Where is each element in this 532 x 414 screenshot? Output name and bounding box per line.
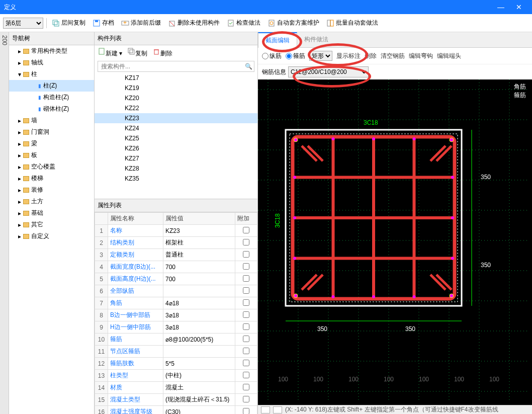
check-method-button[interactable]: 检查做法	[225, 18, 262, 28]
nav-item[interactable]: ▸其它	[9, 219, 94, 230]
window-title: 定义	[4, 3, 492, 12]
svg-text:100: 100	[348, 376, 359, 383]
topbar: 第6层 层间复制 存档 +添加前后缀 删除未使用构件 检查做法 自动套方案维护 …	[0, 14, 532, 32]
property-row[interactable]: 10箍筋⌀8@100/200(5*5)	[95, 334, 257, 346]
component-item[interactable]: KZ24	[95, 123, 257, 133]
component-item[interactable]: KZ26	[95, 143, 257, 153]
nav-item[interactable]: ▸空心楼盖	[9, 161, 94, 173]
nav-title: 导航树	[9, 32, 94, 45]
svg-text:100: 100	[384, 376, 394, 383]
edit-end-button[interactable]: 编辑端头	[437, 52, 461, 60]
nav-item[interactable]: ▸梁	[9, 138, 94, 149]
nav-tree[interactable]: ▸常用构件类型▸轴线▾柱▮柱(Z)▮构造柱(Z)▮砌体柱(Z)▸墙▸门窗洞▸梁▸…	[9, 45, 94, 414]
property-row[interactable]: 12箍筋肢数5*5	[95, 358, 257, 370]
svg-point-70	[451, 257, 454, 260]
component-item[interactable]: KZ17	[95, 73, 257, 83]
shape-select[interactable]: 矩形	[309, 51, 332, 61]
nav-subitem[interactable]: ▮柱(Z)	[9, 80, 94, 92]
svg-point-66	[451, 216, 454, 219]
property-row[interactable]: 5截面高度(H边)(...700	[95, 273, 257, 285]
property-row[interactable]: 2结构类别框架柱	[95, 237, 257, 249]
status-btn-2[interactable]	[273, 406, 282, 413]
nav-item[interactable]: ▸墙	[9, 115, 94, 126]
titlebar: 定义 — ✕	[0, 0, 532, 14]
minimize-button[interactable]: —	[492, 3, 510, 11]
floor-select[interactable]: 第6层	[3, 18, 43, 29]
svg-rect-13	[99, 48, 104, 54]
property-table[interactable]: 属性名称 属性值 附加 1名称KZ232结构类别框架柱3定额类别普通柱4截面宽度…	[95, 212, 257, 414]
copy-button[interactable]: 复制	[127, 47, 147, 58]
svg-point-60	[332, 295, 335, 298]
auto-scheme-button[interactable]: 自动套方案维护	[265, 18, 321, 28]
property-row[interactable]: 1名称KZ23	[95, 225, 257, 237]
component-item[interactable]: KZ23	[95, 113, 257, 123]
svg-text:350: 350	[405, 325, 415, 333]
nav-item[interactable]: ▸自定义	[9, 230, 94, 242]
property-row[interactable]: 8B边一侧中部筋3⌀18	[95, 309, 257, 321]
property-row[interactable]: 6全部纵筋	[95, 285, 257, 297]
component-item[interactable]: KZ22	[95, 103, 257, 113]
add-prefix-button[interactable]: +添加前后缀	[119, 18, 163, 28]
property-row[interactable]: 16混凝土强度等级(C30)	[95, 406, 257, 415]
delete-button[interactable]: 删除	[152, 47, 172, 58]
copy-floor-button[interactable]: 层间复制	[50, 18, 87, 28]
svg-text:3C18: 3C18	[274, 213, 281, 228]
nav-item[interactable]: ▸门窗洞	[9, 126, 94, 138]
nav-item[interactable]: ▸楼梯	[9, 173, 94, 184]
svg-rect-3	[95, 20, 98, 22]
delete-rebar-button[interactable]: 删除	[365, 52, 377, 60]
close-button[interactable]: ✕	[510, 3, 528, 11]
property-row[interactable]: 11节点区箍筋	[95, 346, 257, 358]
svg-text:350: 350	[317, 325, 327, 333]
tab-method[interactable]: 构件做法	[297, 32, 335, 47]
rebar-info-row: 钢筋信息 C12@200/C10@200	[258, 64, 532, 79]
component-item[interactable]: KZ20	[95, 93, 257, 103]
nav-item[interactable]: ▸轴线	[9, 57, 94, 68]
nav-subitem[interactable]: ▮构造柱(Z)	[9, 92, 94, 103]
clear-rebar-button[interactable]: 清空钢筋	[381, 52, 405, 60]
component-item[interactable]: KZ35	[95, 174, 257, 184]
opt-stirrup[interactable]: 箍筋	[286, 52, 305, 60]
property-row[interactable]: 14材质混凝土	[95, 382, 257, 394]
property-row[interactable]: 15混凝土类型(现浇混凝土碎石＜31.5)	[95, 394, 257, 406]
nav-item[interactable]: ▸常用构件类型	[9, 45, 94, 57]
component-item[interactable]: KZ28	[95, 163, 257, 174]
svg-text:350: 350	[481, 262, 491, 269]
property-row[interactable]: 9H边一侧中部筋3⌀18	[95, 321, 257, 334]
nav-item[interactable]: ▸基础	[9, 207, 94, 219]
search-input[interactable]	[98, 61, 243, 71]
save-button[interactable]: 存档	[91, 18, 116, 28]
svg-text:100: 100	[313, 376, 323, 383]
property-row[interactable]: 4截面宽度(B边)(...700	[95, 261, 257, 273]
svg-text:+: +	[123, 19, 127, 26]
tab-section[interactable]: 截面编辑	[258, 32, 297, 48]
search-icon[interactable]: 🔍	[243, 61, 254, 71]
svg-point-63	[372, 137, 375, 140]
section-canvas[interactable]: 角筋 箍筋 3C183C1835035035035010010010010010…	[258, 79, 532, 405]
opt-longit[interactable]: 纵筋	[262, 52, 282, 60]
status-btn-1[interactable]	[261, 406, 270, 413]
component-list[interactable]: KZ17KZ19KZ20KZ22KZ23KZ24KZ25KZ26KZ27KZ28…	[95, 73, 257, 199]
nav-item[interactable]: ▸装修	[9, 184, 94, 196]
svg-point-62	[451, 176, 454, 179]
new-button[interactable]: 新建 ▾	[98, 47, 122, 58]
property-row[interactable]: 7角筋4⌀18	[95, 297, 257, 309]
batch-auto-button[interactable]: 批量自动套做法	[324, 18, 380, 28]
svg-text:100: 100	[278, 376, 288, 383]
component-item[interactable]: KZ27	[95, 153, 257, 163]
component-item[interactable]: KZ25	[95, 133, 257, 143]
svg-text:100: 100	[454, 376, 464, 383]
rebar-info-select[interactable]: C12@200/C10@200	[288, 66, 369, 77]
nav-item[interactable]: ▸板	[9, 149, 94, 161]
showtag-button[interactable]: 显示标注	[336, 52, 361, 60]
proplist-title: 属性列表	[95, 199, 257, 212]
property-row[interactable]: 3定额类别普通柱	[95, 249, 257, 261]
rebar-info-label: 钢筋信息	[262, 68, 286, 76]
property-row[interactable]: 13柱类型(中柱)	[95, 370, 257, 382]
nav-item[interactable]: ▾柱	[9, 68, 94, 80]
component-item[interactable]: KZ19	[95, 83, 257, 93]
nav-item[interactable]: ▸土方	[9, 196, 94, 207]
nav-subitem[interactable]: ▮砌体柱(Z)	[9, 103, 94, 115]
edit-hook-button[interactable]: 编辑弯钩	[409, 52, 433, 60]
delete-unused-button[interactable]: 删除未使用构件	[166, 18, 222, 28]
